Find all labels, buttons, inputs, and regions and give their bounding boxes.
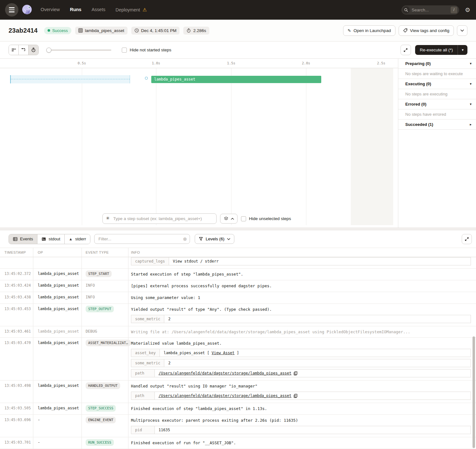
metadata-key: path [131,369,155,377]
metadata-value[interactable]: View stdout / stderr [169,257,223,265]
metadata-value: lambda_pipes_asset[View Asset] [160,349,243,357]
run-actions-dropdown-button[interactable] [457,25,467,36]
open-in-launchpad-button[interactable]: ✎ Open in Launchpad [343,25,395,36]
events-scrollbar-thumb[interactable] [473,336,475,448]
section-preparing[interactable]: Preparing (0) ▾ [398,59,476,69]
tab-stdout[interactable]: stdout [37,234,65,244]
log-timestamp: 13:45:03.461 [0,326,33,338]
log-info-text: Materialized value lambda_pipes_asset. [131,340,471,346]
deployment-warning-icon: ⚠ [143,7,147,13]
metadata-entry: path/Users/alangenfeld/data/dagster/stor… [131,392,471,400]
events-fullscreen-button[interactable] [462,234,472,244]
nav-item-assets[interactable]: Assets [92,7,106,13]
col-timestamp: TIMESTAMP [0,248,33,257]
job-name-tag[interactable]: lambda_pipes_asset [75,27,127,35]
hamburger-menu-button[interactable] [5,3,18,16]
hide-not-started-checkbox-row: Hide not started steps [122,48,171,53]
slider-track[interactable] [46,49,111,51]
hide-not-started-checkbox[interactable] [122,48,127,53]
section-succeeded[interactable]: Succeeded (1) ▸ [398,120,476,130]
gantt-time-axis: 0.5s 1.0s 1.5s 2.0s 2.5s [0,59,398,68]
log-info: captured_logsView stdout / stderr [128,257,476,268]
log-info: Yielded output "result" of type "Any". (… [128,304,476,326]
tab-stderr[interactable]: ▲ stderr [65,234,90,244]
slider-handle[interactable] [46,48,51,53]
waterfall-view-button[interactable] [19,45,29,55]
metadata-value: 2 [164,359,174,367]
log-info-text: Finished execution of run for "__ASSET_J… [131,439,471,446]
log-info: Handled output "result" using IO manager… [128,381,476,403]
gantt-step-bar[interactable]: lambda_pipes_asset [151,76,321,83]
hide-unselected-checkbox[interactable] [241,216,246,221]
global-search[interactable]: / [401,5,459,15]
event-type-pill: STEP_START [86,270,112,277]
nav-item-overview[interactable]: Overview [41,7,60,13]
metadata-table: path/Users/alangenfeld/data/dagster/stor… [131,392,471,400]
metadata-path-link[interactable]: /Users/alangenfeld/data/dagster/storage/… [159,394,291,398]
caret-right-icon: ▸ [470,122,472,127]
search-input[interactable] [410,8,451,12]
log-op: lambda_pipes_asset [33,381,82,403]
step-subset-input[interactable] [102,213,217,224]
metadata-entry: asset_keylambda_pipes_asset[View Asset] [131,349,471,357]
section-executing[interactable]: Executing (0) ▾ [398,79,476,89]
gear-icon[interactable]: ⚙ [465,6,470,14]
log-op: - [33,415,82,437]
log-filter-input[interactable] [94,234,190,244]
log-op [33,257,82,268]
metadata-entry: pid11635 [131,426,471,434]
nav-item-runs[interactable]: Runs [70,7,81,13]
flat-view-button[interactable] [9,45,19,55]
metadata-value-text: 11635 [159,428,170,432]
gantt-zoom-slider [46,48,111,53]
clear-filter-icon[interactable]: ⊗ [183,236,187,242]
log-op: lambda_pipes_asset [33,338,82,380]
events-toolbar: Events stdout ▲ stderr ⊗ Levels (6) [0,230,476,248]
primary-nav: Overview Runs Assets Deployment ⚠ [41,7,147,13]
log-event-type: DEBUG [82,326,128,338]
log-row: 13:45:03.470lambda_pipes_assetASSET_MATE… [0,338,476,381]
event-type-pill: RUN_SUCCESS [86,439,114,446]
clock-icon [134,28,139,33]
log-event-type: RUN_SUCCESS [82,437,128,449]
levels-dropdown-button[interactable]: Levels (6) [195,234,234,244]
section-errored[interactable]: Errored (0) ▾ [398,99,476,109]
gantt-chart: 0.5s 1.0s 1.5s 2.0s 2.5s lambda_pipes_as… [0,59,398,228]
log-info: Finished execution of run for "__ASSET_J… [128,437,476,449]
metadata-key: path [131,392,155,400]
panel-resize-handle[interactable] [0,228,476,230]
view-asset-link[interactable]: View Asset [212,351,234,355]
stopwatch-view-icon [31,48,36,52]
view-tags-config-button[interactable]: View tags and config [399,25,454,36]
chevron-up-icon [231,218,234,220]
log-view-tabs: Events stdout ▲ stderr [9,234,90,244]
timed-view-button[interactable] [29,45,38,55]
nav-item-deployment[interactable]: Deployment ⚠ [115,7,147,13]
stopwatch-icon [186,28,191,33]
bracket: [ [207,351,209,355]
log-rows: captured_logsView stdout / stderr13:45:0… [0,257,476,449]
log-info-text: Writing file at: /Users/alangenfeld/data… [131,328,471,335]
step-start-marker-icon [145,77,148,80]
dagster-logo-icon[interactable] [21,4,33,16]
tag-icon [403,28,408,33]
chevron-down-icon [460,29,464,32]
copy-icon[interactable] [294,394,297,398]
tab-events[interactable]: Events [9,234,37,244]
metadata-path-link[interactable]: /Users/alangenfeld/data/dagster/storage/… [159,371,291,375]
copy-icon[interactable] [294,371,297,375]
event-type-pill: ENGINE_EVENT [86,417,116,423]
re-execute-all-button[interactable]: Re-execute all (*) [415,45,458,55]
metadata-entry: path/Users/alangenfeld/data/dagster/stor… [131,369,471,377]
log-timestamp: 13:45:03.696 [0,415,33,437]
log-row: 13:45:03.424lambda_pipes_assetINFO[pipes… [0,280,476,292]
log-op: lambda_pipes_asset [33,403,82,414]
gantt-fullscreen-button[interactable] [401,45,411,55]
event-type-pill: INFO [86,294,95,299]
re-execute-dropdown-button[interactable]: ▾ [458,45,467,55]
apply-subset-button[interactable] [220,214,238,224]
log-row: captured_logsView stdout / stderr [0,257,476,269]
log-op: - [33,437,82,449]
log-info-text: Handled output "result" using IO manager… [131,382,471,389]
log-filter-field: ⊗ [94,234,190,244]
